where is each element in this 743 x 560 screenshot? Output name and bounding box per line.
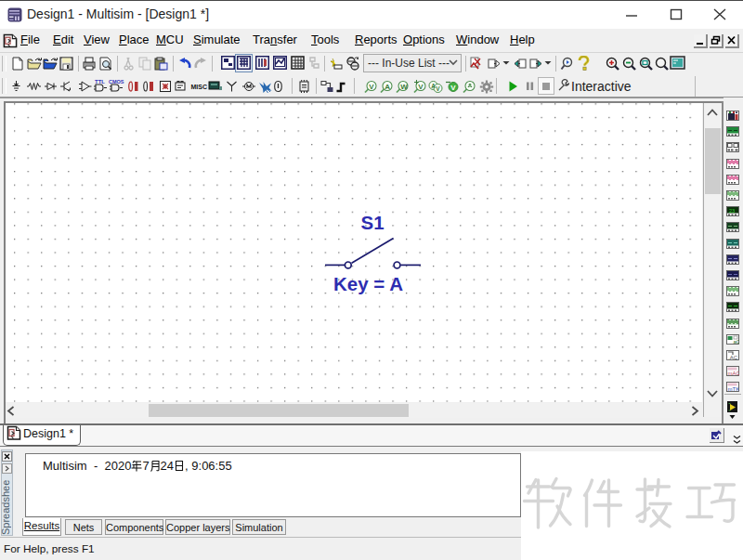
svg-text:MISC: MISC [191, 84, 208, 90]
svg-text:TTL: TTL [95, 79, 105, 85]
svg-text:.AC: .AC [728, 355, 738, 360]
svg-text:V: V [450, 84, 456, 92]
svg-text:W: W [400, 83, 408, 91]
svg-text:mTK: mTK [728, 386, 740, 392]
svg-text:V: V [369, 83, 374, 91]
svg-text:S1: S1 [361, 212, 385, 233]
svg-text:V: V [418, 83, 424, 91]
svg-text:A: A [385, 83, 390, 91]
svg-text:Key = A: Key = A [333, 273, 403, 294]
svg-text:23: 23 [729, 208, 735, 214]
svg-text:CMOS: CMOS [109, 79, 124, 85]
svg-text:mAC: mAC [728, 371, 740, 376]
svg-text:V: V [436, 85, 440, 92]
svg-text:aC: aC [734, 338, 740, 344]
